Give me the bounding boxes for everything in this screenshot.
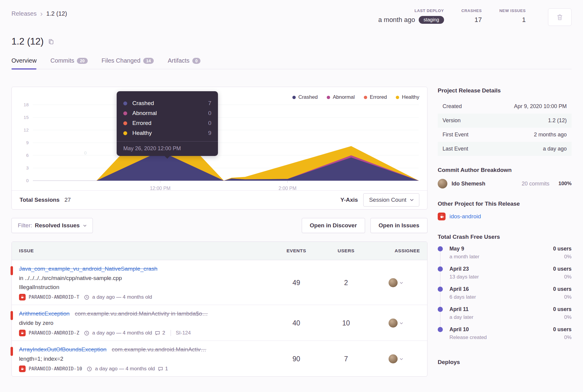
timeline-entry: April 23 13 days later 0 users 0%	[438, 266, 572, 282]
issues-filter-dropdown[interactable]: Filter: Resolved Issues	[11, 218, 93, 233]
tooltip-series-label: Crashed	[132, 100, 208, 107]
chart-legend: Crashed Abnormal Errored	[292, 94, 419, 100]
open-in-discover-button[interactable]: Open in Discover	[302, 218, 365, 233]
legend-dot-icon	[292, 96, 296, 99]
author-commit-count: 20 commits	[522, 181, 549, 187]
chevron-down-icon	[400, 322, 403, 324]
java-project-icon	[19, 294, 26, 300]
stat-label: NEW ISSUES	[499, 8, 526, 13]
legend-dot-icon	[364, 96, 367, 99]
legend-item[interactable]: Abnormal	[327, 94, 355, 100]
issue-message: length=1; index=2	[19, 355, 272, 362]
sessions-chart-panel: 0369121518012:00 PM2:00 PM Crashed Abnor…	[11, 87, 427, 210]
other-project-link[interactable]: idos-android	[449, 213, 481, 220]
trash-icon	[556, 14, 563, 21]
yaxis-select[interactable]: Session Count	[363, 193, 419, 207]
project-slug[interactable]: PARANOID-ANDROID-T	[29, 294, 79, 300]
issue-age: a day ago — 4 months old	[92, 330, 152, 336]
legend-dot-icon	[396, 96, 399, 99]
tab[interactable]: Files Changed 14	[102, 57, 154, 69]
author-avatar	[438, 179, 447, 188]
page-title: 1.2 (12)	[11, 36, 44, 47]
detail-row: Last Event a day ago	[438, 142, 572, 156]
timeline-percent: 0%	[553, 334, 572, 341]
series-dot-icon	[123, 101, 127, 105]
detail-row: Version 1.2 (12)	[438, 114, 572, 128]
users-count: 10	[320, 310, 372, 336]
other-project-heading: Other Project for This Release	[438, 201, 572, 207]
svg-text:18: 18	[24, 102, 29, 107]
java-project-icon	[19, 366, 26, 372]
issue-title-link[interactable]: ArrayIndexOutOfBoundsException	[19, 346, 106, 353]
sessions-area-chart[interactable]: 0369121518012:00 PM2:00 PM	[18, 87, 422, 191]
timeline-date: April 10	[449, 326, 487, 333]
open-in-issues-button[interactable]: Open in Issues	[370, 218, 427, 233]
stat-label: CRASHES	[462, 8, 482, 13]
timeline-percent: 0%	[553, 274, 572, 280]
staging-badge: staging	[419, 16, 444, 24]
events-count: 40	[272, 310, 320, 336]
detail-value: a day ago	[543, 146, 567, 152]
svg-text:12: 12	[24, 127, 29, 132]
breadcrumb-releases[interactable]: Releases	[11, 10, 36, 17]
timeline-users: 0 users	[553, 306, 572, 313]
issue-age: a day ago — 4 months old	[92, 294, 152, 300]
timeline-dot-icon	[438, 287, 443, 292]
issue-title-link[interactable]: ArithmeticException	[19, 310, 70, 317]
author-name: Ido Shemesh	[452, 181, 485, 187]
header-stats: LAST DEPLOY a month ago staging CRASHES …	[378, 8, 572, 26]
other-project-row[interactable]: idos-android	[438, 213, 572, 220]
error-level-indicator	[11, 347, 13, 356]
table-row: ArithmeticException com.example.vu.andro…	[12, 305, 427, 341]
chevron-down-icon	[400, 282, 403, 284]
comments-count[interactable]: 1	[158, 366, 168, 372]
series-dot-icon	[123, 121, 127, 125]
tab-label: Overview	[11, 57, 36, 64]
crashes-value: 17	[474, 16, 482, 24]
chevron-down-icon	[410, 199, 414, 201]
legend-item[interactable]: Crashed	[292, 94, 318, 100]
timeline-entry: April 11 a day later 0 users 0%	[438, 306, 572, 322]
column-issue: ISSUE	[19, 248, 272, 254]
project-slug[interactable]: PARANOID-ANDROID-10	[29, 366, 82, 372]
timeline-entry: April 10 Release created 0 users 0%	[438, 326, 572, 342]
tab-label: Files Changed	[102, 57, 140, 64]
comments-count[interactable]: 2	[155, 330, 165, 336]
copy-icon[interactable]	[48, 39, 54, 45]
timeline-dot-icon	[438, 266, 443, 272]
legend-item[interactable]: Errored	[364, 94, 387, 100]
timeline-date: April 23	[449, 266, 479, 272]
issue-title-link[interactable]: Java_com_example_vu_android_NativeSample…	[19, 266, 157, 272]
chevron-down-icon	[83, 225, 87, 227]
tab-label: Commits	[50, 57, 74, 64]
tooltip-series-value: 9	[208, 130, 211, 136]
timeline-percent: 0%	[553, 294, 572, 300]
stat-crashes: CRASHES 17	[462, 8, 482, 24]
clock-icon	[84, 295, 89, 300]
timeline-subtitle: a day later	[449, 314, 473, 320]
delete-release-button[interactable]	[548, 8, 572, 26]
legend-item[interactable]: Healthy	[396, 94, 419, 100]
detail-row: First Event 2 months ago	[438, 128, 572, 142]
table-row: Java_com_example_vu_android_NativeSample…	[12, 260, 427, 305]
assignee-dropdown[interactable]	[372, 265, 420, 300]
tab[interactable]: Overview	[11, 57, 36, 69]
assignee-dropdown[interactable]	[372, 310, 420, 336]
detail-label: Last Event	[443, 146, 468, 152]
tab[interactable]: Artifacts 0	[168, 57, 200, 69]
assignee-dropdown[interactable]	[372, 346, 420, 372]
tab[interactable]: Commits 20	[50, 57, 87, 69]
svg-text:9: 9	[26, 140, 29, 145]
linked-ticket[interactable]: SI-124	[171, 330, 191, 336]
issue-message: in ../../../../src/main/cpp/native-sampl…	[19, 275, 272, 282]
detail-row: Created Apr 9, 2020 10:00 PM	[438, 99, 572, 114]
timeline-users: 0 users	[553, 266, 572, 272]
chevron-right-icon: ›	[40, 11, 43, 17]
chevron-down-icon	[400, 358, 403, 360]
tab-count-badge: 14	[143, 58, 154, 64]
project-slug[interactable]: PARANOID-ANDROID-Z	[29, 330, 79, 336]
tab-label: Artifacts	[168, 57, 189, 64]
java-project-icon	[19, 330, 26, 336]
issues-table-header: ISSUE EVENTS USERS ASSIGNEE	[12, 242, 427, 260]
tooltip-series-value: 0	[208, 120, 211, 126]
